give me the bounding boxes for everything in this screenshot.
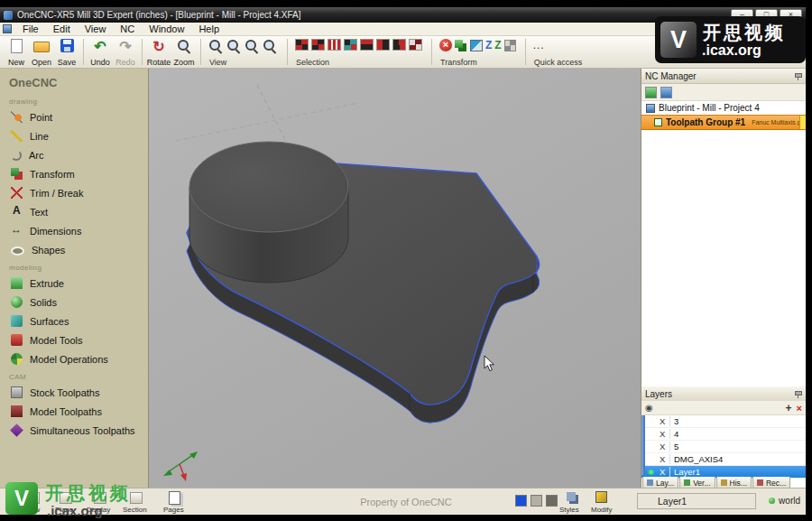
active-layer-field[interactable]: Layer1	[637, 493, 756, 509]
nc-manager-header: NC Manager	[641, 69, 806, 84]
nc-manager-toolbar	[641, 84, 806, 101]
mirror-icon[interactable]	[470, 40, 483, 51]
new-button[interactable]: New	[4, 36, 29, 68]
extrude-icon	[11, 277, 23, 289]
rotate-button[interactable]: Rotate	[146, 36, 171, 68]
section-label-cam: CAM	[0, 368, 148, 383]
3d-viewport[interactable]	[149, 69, 641, 488]
selection-grid-icon[interactable]	[295, 39, 309, 51]
watermark-top-right: V 开思视频 .icax.org	[655, 16, 806, 63]
selection-stripe-icon[interactable]	[328, 39, 341, 51]
menu-view[interactable]: View	[78, 23, 114, 35]
sidebar-item-text[interactable]: Text	[0, 202, 148, 221]
sidebar-item-model-operations[interactable]: Model Operations	[0, 349, 148, 368]
menu-file[interactable]: File	[15, 23, 46, 35]
selection-split-icon[interactable]	[376, 39, 390, 51]
layers-toolbar	[641, 401, 806, 415]
selection-grid-icon[interactable]	[311, 39, 325, 51]
ellipse-icon	[11, 247, 24, 256]
app-icon	[4, 11, 13, 20]
nc-manager-title: NC Manager	[645, 71, 697, 81]
watermark-bottom-left: V 开思视频 .icax.org	[4, 479, 193, 520]
sidebar-item-model-tools[interactable]: Model Tools	[0, 330, 148, 349]
modify-icon[interactable]	[595, 491, 607, 503]
pin-icon[interactable]	[794, 72, 802, 80]
sidebar-item-trim-break[interactable]: Trim / Break	[0, 183, 148, 202]
section-label-modeling: modeling	[0, 259, 148, 274]
layer-eye-icon[interactable]	[648, 467, 660, 478]
point-icon	[11, 111, 23, 123]
open-button[interactable]: Open	[29, 36, 54, 68]
selection-toolbar-group: Selection	[291, 36, 428, 68]
sidebar-item-model-toolpaths[interactable]: Model Toolpaths	[0, 402, 148, 421]
selection-checker-icon[interactable]	[409, 39, 422, 51]
undo-icon	[94, 39, 106, 54]
zoom-extents-icon[interactable]	[263, 39, 278, 54]
selection-mixed-icon[interactable]	[344, 39, 357, 51]
sidebar-item-solids[interactable]: Solids	[0, 293, 148, 312]
layer-row[interactable]: X DMG_AXIS4	[641, 453, 806, 466]
nc-tree-project-row[interactable]: Blueprint - Mill - Project 4	[641, 101, 806, 115]
quick-access-group: ... Quick access	[530, 36, 550, 68]
watermark-brand-text: 开思视频	[703, 21, 786, 45]
sidebar-item-extrude[interactable]: Extrude	[0, 274, 148, 293]
sidebar-item-shapes[interactable]: Shapes	[0, 240, 148, 259]
dimension-arrow-icon	[11, 225, 23, 237]
menu-help[interactable]: Help	[191, 23, 226, 35]
sidebar-item-dimensions[interactable]: Dimensions	[0, 221, 148, 240]
history-tab-icon	[721, 479, 727, 486]
selection-half-icon[interactable]	[360, 39, 374, 51]
zoom-out-icon[interactable]	[245, 39, 260, 54]
layer-row[interactable]: X 4	[641, 428, 806, 441]
copy-icon[interactable]	[455, 40, 463, 48]
color-swatch-blue[interactable]	[515, 495, 527, 507]
modify-label: Modify	[591, 506, 613, 514]
open-folder-icon	[33, 42, 50, 52]
more-options-icon[interactable]: ...	[533, 39, 545, 51]
layers-panel-header: Layers	[641, 386, 806, 402]
z-axis-blue-icon[interactable]	[485, 39, 492, 51]
save-button[interactable]: Save	[54, 36, 79, 68]
add-layer-icon[interactable]	[786, 403, 792, 414]
nc-tool-icon[interactable]	[645, 87, 657, 98]
sidebar-item-line[interactable]: Line	[0, 126, 148, 145]
sidebar-item-transform[interactable]: Transform	[0, 164, 148, 183]
icax-logo: V	[660, 22, 697, 58]
color-swatch-gray[interactable]	[531, 495, 542, 507]
delete-icon[interactable]	[439, 39, 452, 51]
zoom-in-icon[interactable]	[226, 39, 242, 54]
menu-window[interactable]: Window	[142, 23, 191, 35]
undo-button[interactable]: Undo	[88, 36, 113, 68]
visibility-eye-icon[interactable]	[645, 403, 653, 414]
z-axis-green-icon[interactable]	[494, 39, 501, 51]
document-icon[interactable]	[3, 24, 12, 33]
layer-row[interactable]: X 5	[641, 441, 806, 453]
text-icon	[11, 206, 23, 218]
color-swatch-dark[interactable]	[546, 495, 558, 507]
toolbar-separator	[431, 39, 432, 65]
layer-row[interactable]: X 3	[641, 415, 806, 428]
grid-icon[interactable]	[504, 40, 516, 51]
menu-edit[interactable]: Edit	[46, 23, 78, 35]
watermark-site-text: .icax.org	[47, 503, 103, 518]
delete-layer-icon[interactable]	[797, 403, 802, 414]
zoom-button[interactable]: Zoom	[171, 36, 197, 68]
sidebar-item-surfaces[interactable]: Surfaces	[0, 312, 148, 330]
nc-tool-icon[interactable]	[660, 87, 672, 98]
sidebar-item-point[interactable]: Point	[0, 107, 148, 126]
styles-icon[interactable]	[567, 492, 576, 501]
3d-model-canvas	[149, 69, 641, 488]
redo-icon	[119, 39, 131, 54]
view-toolbar-group: View	[205, 36, 283, 68]
sidebar-item-simultaneous-toolpaths[interactable]: Simultaneous Toolpaths	[0, 421, 148, 440]
sidebar-item-arc[interactable]: Arc	[0, 145, 148, 164]
new-file-icon	[11, 39, 23, 53]
gear-icon	[11, 353, 23, 365]
pin-icon[interactable]	[794, 390, 802, 398]
menu-nc[interactable]: NC	[113, 23, 142, 35]
construction-line	[176, 103, 358, 141]
selection-diagonal-icon[interactable]	[392, 39, 406, 51]
sidebar-item-stock-toolpaths[interactable]: Stock Toolpaths	[0, 383, 148, 402]
zoom-window-icon[interactable]	[208, 39, 224, 54]
nc-tree-toolpath-group-row[interactable]: Toolpath Group #1 Fanuc Multiaxis p	[641, 115, 806, 130]
